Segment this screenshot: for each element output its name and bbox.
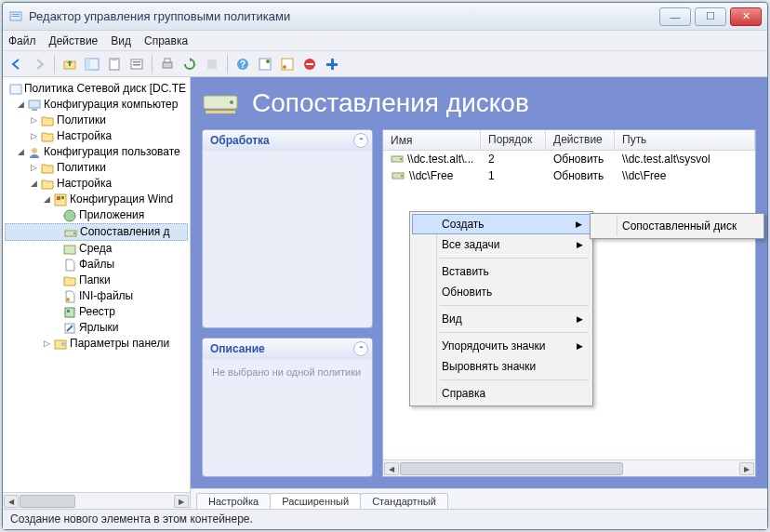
svg-rect-24	[10, 85, 21, 94]
policy-tree[interactable]: Политика Сетевой диск [DC.TE ◢Конфигурац…	[3, 77, 190, 492]
ctx-arrange[interactable]: Упорядочить значки▶	[412, 336, 591, 356]
ctx-refresh[interactable]: Обновить	[412, 282, 591, 302]
menu-file[interactable]: Файл	[8, 34, 36, 47]
list-header: Имя Порядок Действие Путь	[383, 130, 755, 151]
svg-point-27	[32, 148, 37, 153]
tree-win-config[interactable]: Конфигурация Wind	[70, 192, 173, 207]
col-name[interactable]: Имя	[383, 130, 481, 150]
tree-user-config[interactable]: Конфигурация пользовате	[44, 144, 180, 160]
tree-env[interactable]: Среда	[79, 241, 112, 257]
help-button[interactable]: ?	[232, 54, 253, 74]
svg-rect-30	[61, 196, 64, 199]
shortcuts-icon	[62, 321, 77, 336]
tab-extended[interactable]: Расширенный	[270, 493, 361, 509]
menu-view[interactable]: Вид	[111, 34, 131, 47]
svg-rect-12	[165, 59, 170, 62]
user-icon	[27, 145, 42, 160]
ctx-help[interactable]: Справка	[412, 383, 591, 404]
close-button[interactable]: ✕	[730, 7, 762, 26]
tool-extra2-button[interactable]	[277, 54, 298, 74]
svg-text:?: ?	[240, 60, 246, 70]
svg-point-17	[266, 60, 270, 63]
ctx-create-mapped-drive[interactable]: Сопоставленный диск	[592, 216, 762, 236]
refresh-button[interactable]	[179, 54, 200, 74]
svg-point-33	[73, 233, 75, 234]
svg-point-42	[230, 100, 233, 104]
tree-files[interactable]: Файлы	[79, 257, 114, 273]
svg-rect-11	[163, 62, 172, 68]
svg-point-47	[401, 175, 403, 177]
svg-rect-21	[306, 63, 313, 65]
tree-comp-config[interactable]: Конфигурация компьютер	[44, 97, 178, 113]
back-button[interactable]	[7, 54, 27, 74]
description-header: Описание	[210, 342, 265, 355]
svg-point-19	[283, 65, 286, 69]
add-button[interactable]	[322, 54, 342, 74]
tree-folders[interactable]: Папки	[79, 273, 111, 288]
context-menu: Создать▶ Сопоставленный диск Все задачи▶…	[409, 211, 593, 406]
show-tree-button[interactable]	[82, 54, 102, 74]
drive-map-icon	[63, 225, 78, 240]
app-window: Редактор управления групповыми политикам…	[2, 2, 768, 530]
svg-rect-29	[57, 196, 60, 200]
tree-user-policies[interactable]: Политики	[57, 160, 106, 176]
description-panel: Описание⌃ Не выбрано ни одной политики	[202, 338, 373, 477]
drive-item-icon	[391, 152, 404, 166]
tree-ctrl-params[interactable]: Параметры панели	[70, 336, 169, 352]
menubar: Файл Действие Вид Справка	[3, 31, 767, 51]
tool-extra1-button[interactable]	[255, 54, 275, 74]
minimize-button[interactable]: —	[659, 7, 691, 26]
col-path[interactable]: Путь	[615, 130, 755, 150]
folder-icon	[40, 129, 55, 144]
collapse-icon[interactable]: ⌃	[353, 133, 368, 148]
ctx-create[interactable]: Создать▶ Сопоставленный диск	[412, 214, 591, 234]
statusbar: Создание нового элемента в этом контейне…	[3, 509, 767, 529]
tree-hscrollbar[interactable]: ◀ ▶	[3, 492, 190, 509]
tree-ini[interactable]: INI-файлы	[79, 288, 133, 304]
ctx-view[interactable]: Вид▶	[412, 309, 591, 329]
titlebar: Редактор управления групповыми политикам…	[3, 3, 767, 31]
col-order[interactable]: Порядок	[481, 130, 546, 150]
svg-point-35	[66, 298, 70, 301]
tree-root[interactable]: Политика Сетевой диск [DC.TE	[24, 81, 186, 97]
tree-comp-settings[interactable]: Настройка	[57, 128, 112, 144]
window-title: Редактор управления групповыми политикам…	[29, 9, 659, 23]
forward-button[interactable]	[29, 54, 49, 74]
ctx-all-tasks[interactable]: Все задачи▶	[412, 234, 591, 255]
control-panel-icon	[53, 337, 68, 352]
svg-rect-34	[64, 246, 75, 254]
list-item[interactable]: \\dc.test.alt\... 2 Обновить \\dc.test.a…	[383, 151, 755, 167]
tree-user-settings[interactable]: Настройка	[57, 176, 112, 192]
clipboard-button[interactable]	[104, 54, 125, 74]
env-icon	[62, 242, 77, 257]
create-submenu: Сопоставленный диск	[590, 213, 764, 239]
menu-help[interactable]: Справка	[144, 34, 188, 47]
tree-comp-policies[interactable]: Политики	[57, 113, 106, 128]
col-action[interactable]: Действие	[546, 130, 615, 150]
print-button[interactable]	[157, 54, 178, 74]
menu-action[interactable]: Действие	[49, 34, 99, 47]
ctx-align[interactable]: Выровнять значки	[412, 356, 591, 377]
properties-button[interactable]	[126, 54, 147, 74]
svg-rect-5	[86, 59, 90, 70]
list-item[interactable]: \\dc\Free 1 Обновить \\dc\Free	[383, 167, 755, 184]
delete-button[interactable]	[299, 54, 320, 74]
svg-rect-1	[12, 14, 20, 15]
tree-shortcuts[interactable]: Ярлыки	[79, 320, 119, 336]
tab-standard[interactable]: Стандартный	[360, 493, 448, 509]
folder-up-button[interactable]	[60, 54, 80, 74]
registry-icon	[62, 305, 77, 320]
svg-rect-7	[112, 58, 117, 60]
stop-disabled-button	[202, 54, 222, 74]
ctx-paste[interactable]: Вставить	[412, 261, 591, 282]
svg-rect-9	[133, 61, 140, 63]
collapse-icon[interactable]: ⌃	[353, 341, 368, 356]
tree-pane: Политика Сетевой диск [DC.TE ◢Конфигурац…	[3, 77, 191, 509]
svg-rect-37	[67, 310, 70, 313]
list-hscrollbar[interactable]: ◀ ▶	[383, 459, 755, 476]
maximize-button[interactable]: ☐	[695, 7, 726, 26]
tree-apps[interactable]: Приложения	[79, 207, 144, 223]
tree-registry[interactable]: Реестр	[79, 304, 115, 320]
tab-settings[interactable]: Настройка	[196, 493, 271, 509]
tree-drive-map[interactable]: Сопоставления д	[80, 224, 170, 240]
